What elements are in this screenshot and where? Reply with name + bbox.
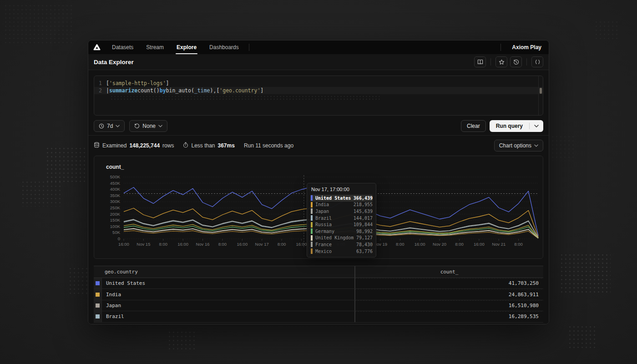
bg-pattern bbox=[21, 180, 63, 207]
chevron-down-icon bbox=[116, 125, 120, 127]
star-icon bbox=[499, 59, 505, 65]
nav-tabs: DatasetsStreamExploreDashboards bbox=[106, 40, 245, 54]
nav-tab-stream[interactable]: Stream bbox=[140, 40, 170, 54]
table-row-india[interactable]: India24,863,911 bbox=[94, 289, 543, 300]
table-header-row: geo.country count_ bbox=[94, 266, 543, 278]
tooltip-series-name: India bbox=[315, 202, 354, 207]
tooltip-series-name: Russia bbox=[315, 222, 354, 227]
time-range-value: 7d bbox=[107, 123, 113, 129]
tooltip-series-name: Germany bbox=[315, 229, 356, 234]
svg-text:250K: 250K bbox=[110, 205, 121, 210]
line-number: 2 bbox=[94, 87, 106, 94]
country-cell[interactable]: United States bbox=[102, 278, 354, 288]
code-token: [ bbox=[106, 80, 109, 87]
tooltip-row-germany: Germany98,992 bbox=[310, 228, 373, 235]
compare-history-icon bbox=[134, 123, 140, 129]
editor-scrollbar-thumb[interactable] bbox=[540, 88, 542, 94]
stopwatch-icon bbox=[183, 142, 188, 149]
table-row-united-states[interactable]: United States41,703,250 bbox=[94, 278, 543, 289]
nav-tab-datasets[interactable]: Datasets bbox=[106, 40, 140, 54]
code-line[interactable]: 2| summarize count() by bin_auto(_time),… bbox=[94, 87, 543, 94]
row-swatch-cell bbox=[94, 300, 102, 311]
nav-right: Axiom Play bbox=[497, 40, 549, 54]
svg-text:Nov 16: Nov 16 bbox=[196, 242, 209, 247]
tooltip-series-value: 109,844 bbox=[354, 222, 373, 227]
svg-text:Nov 17: Nov 17 bbox=[255, 242, 269, 247]
query-code: 1['sample-http-logs']2| summarize count(… bbox=[94, 80, 543, 94]
bg-pattern bbox=[594, 20, 620, 42]
series-color-swatch bbox=[96, 303, 100, 308]
series-color-swatch bbox=[311, 195, 313, 201]
editor-scrollbar[interactable] bbox=[538, 76, 543, 115]
count-cell[interactable]: 16,510,980 bbox=[354, 300, 543, 311]
latency-label: Less than bbox=[191, 142, 215, 149]
chart-options-label: Chart options bbox=[499, 142, 531, 149]
svg-text:100K: 100K bbox=[110, 224, 121, 229]
query-history-button[interactable] bbox=[510, 56, 522, 67]
clear-button[interactable]: Clear bbox=[461, 120, 486, 132]
chevron-down-icon bbox=[534, 144, 538, 147]
time-range-dropdown[interactable]: 7d bbox=[94, 120, 125, 132]
tooltip-row-russia: Russia109,844 bbox=[310, 221, 373, 228]
run-query-label: Run query bbox=[490, 123, 529, 129]
svg-text:300K: 300K bbox=[110, 199, 121, 204]
nav-divider bbox=[500, 44, 501, 51]
results-table: geo.country count_ United States41,703,2… bbox=[94, 266, 543, 324]
nav-tab-explore[interactable]: Explore bbox=[170, 40, 203, 54]
run-options-caret[interactable] bbox=[530, 125, 543, 127]
series-color-swatch bbox=[96, 314, 100, 318]
tooltip-series-name: United Kingdom bbox=[315, 235, 356, 240]
series-color-swatch bbox=[311, 215, 313, 221]
code-line[interactable]: 1['sample-http-logs'] bbox=[94, 80, 543, 87]
code-token: 'geo.country' bbox=[219, 87, 260, 94]
row-swatch-cell bbox=[94, 311, 102, 322]
country-cell[interactable]: Japan bbox=[102, 300, 354, 311]
query-editor[interactable]: 1['sample-http-logs']2| summarize count(… bbox=[94, 76, 543, 116]
header-divider bbox=[526, 58, 527, 66]
count-cell[interactable]: 16,289,535 bbox=[354, 311, 543, 322]
code-token: 'sample-http-logs' bbox=[109, 80, 166, 87]
tooltip-series-value: 144,017 bbox=[354, 216, 373, 221]
query-toolbar: 7d None Clear Run query bbox=[94, 120, 543, 132]
code-token: | bbox=[106, 87, 109, 94]
svg-text:400K: 400K bbox=[110, 187, 121, 192]
tooltip-row-brazil: Brazil144,017 bbox=[310, 215, 373, 222]
table-row-brazil[interactable]: Brazil16,289,535 bbox=[94, 311, 543, 322]
nav-tab-dashboards[interactable]: Dashboards bbox=[203, 40, 245, 54]
country-cell[interactable]: India bbox=[102, 289, 354, 299]
code-token: by bbox=[160, 87, 166, 94]
svg-text:200K: 200K bbox=[110, 212, 121, 217]
star-button[interactable] bbox=[495, 56, 507, 67]
code-token: [ bbox=[216, 87, 219, 94]
axiom-logo-icon[interactable] bbox=[88, 44, 106, 51]
table-body: United States41,703,250India24,863,911Ja… bbox=[94, 278, 543, 323]
code-token: summarize bbox=[109, 87, 137, 94]
bg-pattern bbox=[167, 330, 197, 350]
column-header-country[interactable]: geo.country bbox=[94, 269, 354, 275]
tooltip-series-list: United States366,439India218,955Japan145… bbox=[310, 195, 373, 254]
app-window: DatasetsStreamExploreDashboards Axiom Pl… bbox=[88, 40, 549, 324]
code-token: ] bbox=[166, 80, 169, 87]
column-header-count[interactable]: count_ bbox=[354, 266, 543, 278]
workspace-name[interactable]: Axiom Play bbox=[505, 44, 549, 51]
svg-text:16:00: 16:00 bbox=[474, 242, 485, 247]
row-swatch-cell bbox=[94, 278, 102, 288]
table-row-japan[interactable]: Japan16,510,980 bbox=[94, 300, 543, 311]
api-code-button[interactable] bbox=[531, 56, 543, 67]
tooltip-series-value: 98,992 bbox=[356, 229, 373, 234]
country-cell[interactable]: Brazil bbox=[102, 311, 354, 322]
chart-tooltip: Nov 17, 17:00:00 United States366,439Ind… bbox=[307, 183, 376, 258]
run-query-button[interactable]: Run query bbox=[490, 120, 543, 132]
docs-book-button[interactable] bbox=[474, 56, 486, 67]
svg-text:8:00: 8:00 bbox=[455, 242, 464, 247]
tooltip-row-united-kingdom: United Kingdom79,127 bbox=[310, 235, 373, 242]
count-cell[interactable]: 24,863,911 bbox=[354, 289, 543, 299]
examined-label: Examined bbox=[102, 142, 126, 149]
count-cell[interactable]: 41,703,250 bbox=[354, 278, 543, 288]
chart-options-dropdown[interactable]: Chart options bbox=[494, 140, 543, 152]
series-color-swatch bbox=[311, 202, 313, 207]
compare-dropdown[interactable]: None bbox=[129, 120, 167, 132]
svg-text:Nov 21: Nov 21 bbox=[492, 242, 506, 247]
latency-stat: Less than 367ms bbox=[183, 142, 234, 149]
toolbar-right: Clear Run query bbox=[461, 120, 543, 132]
